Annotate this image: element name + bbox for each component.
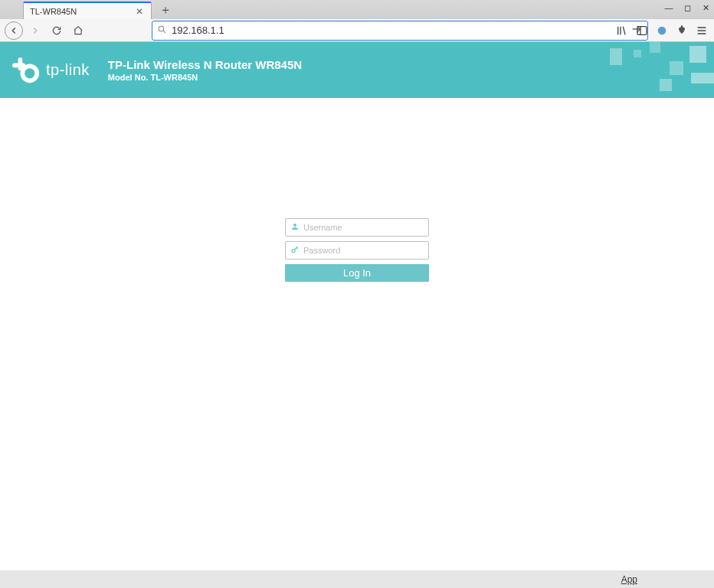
svg-point-0 [159,26,164,31]
brand-text: tp-link [46,61,90,79]
new-tab-button[interactable]: ＋ [156,2,175,18]
tab-strip: TL-WR845N ✕ ＋ — ◻ ✕ [0,0,714,19]
user-icon [290,220,300,234]
brand-logo: tp-link [12,56,90,85]
header-titles: TP-Link Wireless N Router WR845N Model N… [108,58,302,82]
svg-point-6 [293,224,296,227]
svg-point-7 [292,250,295,253]
product-title: TP-Link Wireless N Router WR845N [108,58,302,71]
close-window-button[interactable]: ✕ [700,2,711,13]
login-form: Log In [285,218,429,282]
tab[interactable]: TL-WR845N ✕ [23,2,152,19]
window-controls: — ◻ ✕ [663,2,711,13]
app-link[interactable]: App [621,574,637,585]
svg-rect-5 [12,63,25,67]
library-icon[interactable] [614,23,630,38]
sidebar-icon[interactable] [634,23,650,38]
header-band: tp-link TP-Link Wireless N Router WR845N… [0,42,714,98]
forward-button[interactable] [26,21,44,40]
nav-toolbar [0,19,714,42]
search-icon [157,24,167,38]
tab-title: TL-WR845N [30,7,134,16]
shield-icon[interactable] [654,23,670,38]
minimize-button[interactable]: — [663,2,674,13]
browser-chrome: TL-WR845N ✕ ＋ — ◻ ✕ [0,0,714,42]
key-icon [290,243,300,257]
model-number: Model No. TL-WR845N [108,73,302,82]
home-button[interactable] [69,21,87,40]
toolbar-right [614,23,709,38]
page-content: tp-link TP-Link Wireless N Router WR845N… [0,42,714,570]
address-bar[interactable] [152,21,648,41]
url-input[interactable] [172,24,630,36]
menu-icon[interactable] [694,23,709,38]
password-input[interactable] [303,246,424,255]
extension-icon[interactable] [674,23,689,38]
password-field-wrap[interactable] [285,241,429,260]
header-decoration [591,42,714,98]
bottom-bar: App [0,570,714,588]
username-input[interactable] [303,223,424,232]
username-field-wrap[interactable] [285,218,429,237]
maximize-button[interactable]: ◻ [682,2,693,13]
back-button[interactable] [5,21,23,40]
svg-rect-1 [637,26,647,34]
svg-point-2 [658,26,667,34]
login-button[interactable]: Log In [285,264,429,282]
reload-button[interactable] [47,21,66,40]
svg-point-3 [22,66,37,80]
tab-close-icon[interactable]: ✕ [134,6,145,17]
